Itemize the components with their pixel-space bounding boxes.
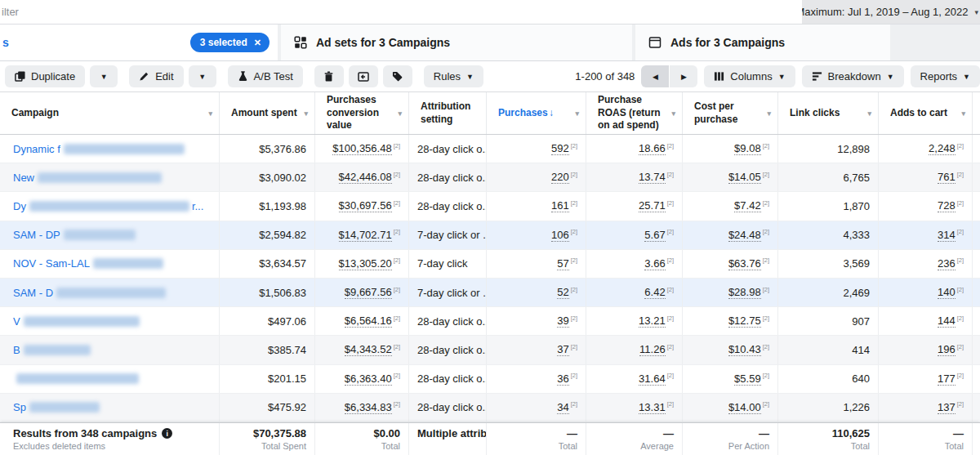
column-header-campaign[interactable]: Campaign▾ (0, 92, 219, 134)
metric-value[interactable]: $6,363.40 (345, 372, 392, 386)
metric-value[interactable]: $42,446.08 (339, 171, 392, 184)
column-header-conv_value[interactable]: Purchases conversion value▾ (314, 92, 408, 134)
sort-chevron-icon[interactable]: ▾ (208, 109, 212, 118)
metric-value[interactable]: $14.00 (728, 401, 761, 414)
metric-value[interactable]: $6,564.16 (345, 314, 392, 328)
close-icon[interactable]: ✕ (254, 38, 261, 48)
metric-value[interactable]: 13.74 (639, 171, 666, 184)
table-row[interactable]: SAM - D$1,506.83$9,667.56[2]7-day click … (0, 279, 980, 307)
campaign-name-link[interactable]: V (13, 315, 20, 328)
metric-value[interactable]: $13,305.20 (339, 257, 392, 270)
metric-value[interactable]: 11.26 (639, 343, 666, 356)
campaign-name-link[interactable]: NOV - Sam-LAL (13, 257, 90, 270)
campaign-name-link[interactable]: B (13, 344, 20, 356)
campaign-name-link[interactable]: Dy (13, 200, 26, 212)
delete-button[interactable] (314, 65, 344, 87)
metric-value[interactable]: $12.75 (728, 314, 761, 328)
metric-value[interactable]: $14.05 (728, 171, 761, 184)
metric-value[interactable]: 592 (551, 142, 569, 155)
tab-ads[interactable]: Ads for 3 Campaigns (635, 25, 890, 60)
table-row[interactable]: V$497.06$6,564.16[2]28-day click o...39[… (0, 307, 980, 336)
info-icon[interactable]: i (162, 428, 172, 439)
metric-value[interactable]: 3.66 (644, 257, 665, 270)
tab-ad-sets[interactable]: Ad sets for 3 Campaigns (281, 25, 632, 60)
column-header-cpp[interactable]: Cost per purchase▾ (682, 92, 777, 134)
metric-value[interactable]: $24.48 (728, 229, 761, 242)
metric-value[interactable]: 34 (557, 401, 568, 414)
table-row[interactable]: NOV - Sam-LAL$3,634.57$13,305.20[2]7-day… (0, 250, 980, 279)
metric-value[interactable]: $9.08 (734, 142, 761, 155)
metric-value[interactable]: $28.98 (728, 286, 761, 299)
metric-value[interactable]: 36 (557, 372, 568, 386)
metric-value[interactable]: 6.42 (644, 286, 665, 299)
sort-chevron-icon[interactable]: ▾ (575, 109, 579, 118)
metric-value[interactable]: $5.59 (734, 372, 761, 386)
column-header-roas[interactable]: Purchase ROAS (return on ad spend)▾ (586, 92, 682, 134)
metric-value[interactable]: $4,343.52 (345, 343, 392, 356)
date-range-selector[interactable]: Maximum: Jul 1, 2019 – Aug 1, 2022 ▾ (802, 0, 980, 24)
sort-chevron-icon[interactable]: ▾ (767, 109, 771, 118)
metric-value[interactable]: 236 (938, 257, 956, 270)
table-row[interactable]: Dynamic f$5,376.86$100,356.48[2]28-day c… (0, 135, 980, 163)
columns-button[interactable]: Columns ▼ (704, 65, 795, 87)
metric-value[interactable]: 31.64 (639, 372, 666, 386)
metric-value[interactable]: 177 (938, 372, 956, 386)
metric-value[interactable]: 761 (938, 171, 956, 184)
table-row[interactable]: SAM - DP$2,594.82$14,702.71[2]7-day clic… (0, 221, 980, 250)
metric-value[interactable]: 106 (551, 229, 569, 242)
table-row[interactable]: Sp$475.92$6,334.83[2]28-day click o...34… (0, 394, 980, 422)
sort-chevron-icon[interactable]: ▾ (671, 109, 675, 118)
metric-value[interactable]: $7.42 (734, 199, 761, 212)
column-header-attribution[interactable]: Attribution setting (408, 92, 486, 134)
next-page-button[interactable]: ▶ (670, 65, 697, 87)
sort-chevron-icon[interactable]: ▾ (867, 109, 871, 118)
prev-page-button[interactable]: ◀ (641, 65, 669, 87)
metric-value[interactable]: 314 (938, 229, 956, 242)
tags-button[interactable] (383, 65, 412, 87)
metric-value[interactable]: $30,697.56 (339, 199, 392, 212)
selected-count-pill[interactable]: 3 selected ✕ (190, 33, 270, 52)
metric-value[interactable]: 37 (557, 343, 568, 356)
metric-value[interactable]: 18.66 (639, 142, 666, 155)
reports-button[interactable]: Reports ▼ (911, 65, 980, 87)
metric-value[interactable]: 144 (938, 314, 956, 328)
metric-value[interactable]: 2,248 (929, 142, 956, 155)
campaign-name-link[interactable]: Sp (13, 401, 26, 413)
metric-value[interactable]: 220 (551, 171, 569, 184)
table-row[interactable]: B$385.74$4,343.52[2]28-day click o...37[… (0, 336, 980, 364)
metric-value[interactable]: 140 (938, 286, 956, 299)
ab-test-button[interactable]: A/B Test (228, 65, 303, 87)
sort-chevron-icon[interactable]: ▾ (961, 109, 965, 118)
rules-button[interactable]: Rules ▼ (424, 65, 483, 87)
metric-value[interactable]: 137 (938, 401, 956, 414)
metric-value[interactable]: $14,702.71 (339, 229, 392, 242)
metric-value[interactable]: $9,667.56 (345, 286, 392, 299)
metric-value[interactable]: 728 (938, 199, 956, 212)
campaign-name-link[interactable]: SAM - D (13, 287, 53, 299)
metric-value[interactable]: $63.76 (728, 257, 761, 270)
metric-value[interactable]: 13.21 (639, 314, 666, 328)
metric-value[interactable]: 57 (557, 257, 568, 270)
metric-value[interactable]: 39 (557, 314, 568, 328)
metric-value[interactable]: $10.43 (728, 343, 761, 356)
metric-value[interactable]: 25.71 (639, 199, 666, 212)
column-header-amount_spent[interactable]: Amount spent▾ (219, 92, 314, 134)
column-header-link_clicks[interactable]: Link clicks▾ (777, 92, 878, 134)
metric-value[interactable]: 5.67 (644, 229, 665, 242)
metric-value[interactable]: $6,334.83 (345, 401, 392, 414)
breakdown-button[interactable]: Breakdown ▼ (802, 65, 904, 87)
preview-button[interactable] (349, 65, 378, 87)
metric-value[interactable]: 13.31 (639, 401, 666, 414)
tab-campaigns[interactable]: s 3 selected ✕ (0, 25, 278, 60)
campaign-name-link[interactable]: Dynamic f (13, 143, 60, 155)
table-row[interactable]: Dyr...$1,193.98$30,697.56[2]28-day click… (0, 192, 980, 221)
metric-value[interactable]: 52 (557, 286, 568, 299)
duplicate-dropdown-button[interactable]: ▼ (90, 65, 118, 87)
edit-dropdown-button[interactable]: ▼ (189, 65, 216, 87)
duplicate-button[interactable]: Duplicate (5, 65, 85, 87)
metric-value[interactable]: 196 (938, 343, 956, 356)
campaign-name-link[interactable]: New (13, 172, 34, 184)
edit-button[interactable]: Edit (129, 65, 183, 87)
sort-chevron-icon[interactable]: ▾ (304, 109, 308, 118)
metric-value[interactable]: 161 (551, 199, 569, 212)
